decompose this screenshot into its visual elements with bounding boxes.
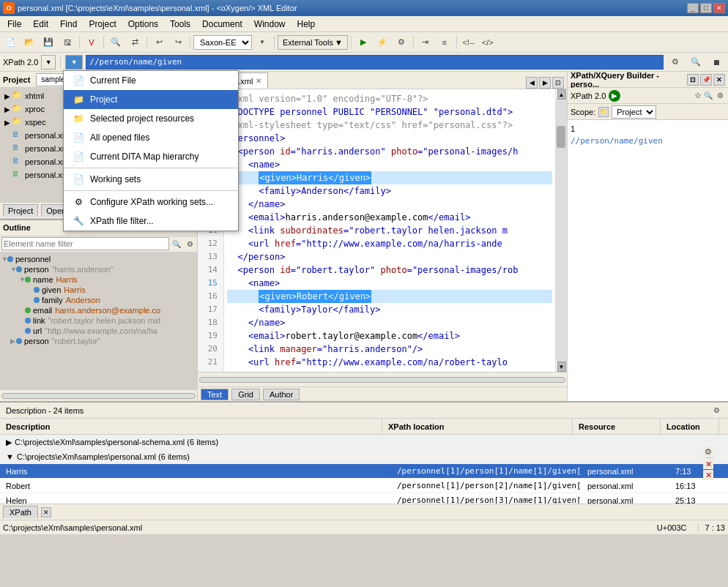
outline-personnel[interactable]: ▼ personnel xyxy=(1,254,196,264)
menu-file[interactable]: File xyxy=(1,18,27,31)
find-replace-button[interactable]: ⇄ xyxy=(126,34,144,51)
xpath-results-tab[interactable]: XPath xyxy=(3,506,38,518)
results-side-settings[interactable]: ⚙ xyxy=(703,446,713,457)
xpath-scope-dropdown[interactable]: ▼ xyxy=(65,55,83,70)
results-side-close[interactable]: ✕ xyxy=(703,470,713,480)
xpath-builder-find-btn[interactable]: 🔍 xyxy=(703,91,713,101)
outline-email[interactable]: email harris.anderson@example.co xyxy=(1,305,196,315)
result-row-harris[interactable]: Harris /personnel[1]/person[1]/name[1]/g… xyxy=(0,464,728,479)
results-side-filter[interactable]: ✕ xyxy=(703,459,713,469)
vscroll-thumb[interactable] xyxy=(557,126,565,148)
outline-label-given: given xyxy=(42,285,61,294)
menu-window[interactable]: Window xyxy=(248,18,291,31)
vscroll-track[interactable] xyxy=(556,100,567,362)
format-button[interactable]: ≡ xyxy=(436,34,453,51)
external-tools-button[interactable]: External Tools ▼ xyxy=(278,35,348,50)
maximize-button[interactable]: □ xyxy=(700,3,712,13)
result-row-helen[interactable]: Helen /personnel[1]/person[3]/name[1]/gi… xyxy=(0,493,728,504)
scope-select[interactable]: Project xyxy=(612,105,656,119)
editor-hscrollbar[interactable] xyxy=(199,377,565,383)
dropdown-item-selected-resources[interactable]: 📁 Selected project resources xyxy=(64,109,238,128)
code-line-6: <name> xyxy=(227,158,552,171)
run-button[interactable]: ▶ xyxy=(354,34,372,51)
tab-prev-button[interactable]: ◀ xyxy=(526,77,538,89)
dropdown-item-project[interactable]: 📁 Project xyxy=(64,90,238,109)
bottom-panel-header: Description - 24 items ⚙ ⚙ ✕ ✕ xyxy=(0,403,728,419)
result-row-robert[interactable]: Robert /personnel[1]/person[2]/name[1]/g… xyxy=(0,479,728,493)
vscroll-down[interactable]: ▼ xyxy=(557,362,566,372)
menu-find[interactable]: Find xyxy=(54,18,83,31)
xpath-builder-header-buttons: ⊡ 📌 ✕ xyxy=(687,74,725,86)
tag-button[interactable]: </> xyxy=(479,34,497,51)
result-group-1-header[interactable]: ▶ C:\projects\eXml\samples\personal-sche… xyxy=(0,435,728,449)
save-all-button[interactable]: 🖫 xyxy=(59,34,76,51)
dropdown-item-dita-map[interactable]: 📄 Current DITA Map hierarchy xyxy=(64,147,238,166)
menu-edit[interactable]: Edit xyxy=(27,18,54,31)
view-tab-grid[interactable]: Grid xyxy=(231,389,260,400)
close-results-tab[interactable]: ✕ xyxy=(41,507,51,517)
outline-family[interactable]: family Anderson xyxy=(1,295,196,305)
linenum-20: 20 xyxy=(198,343,220,356)
tab-next-button[interactable]: ▶ xyxy=(539,77,551,89)
xpath-input[interactable] xyxy=(86,55,664,70)
save-button[interactable]: 💾 xyxy=(40,34,57,51)
close-button[interactable]: ✕ xyxy=(713,3,725,13)
menu-options[interactable]: Options xyxy=(122,18,164,31)
find-button[interactable]: 🔍 xyxy=(107,34,125,51)
outline-link[interactable]: link "robert.taylor helen.jackson mid xyxy=(1,315,196,326)
code-editor[interactable]: <?xml version="1.0" encoding="UTF-8"?> <… xyxy=(224,89,555,372)
new-button[interactable]: 📄 xyxy=(1,34,19,51)
dropdown-item-file-filter[interactable]: 🔧 XPath file filter... xyxy=(64,212,238,231)
xpath-star-icon[interactable]: ☆ xyxy=(694,91,702,101)
saxon-dropdown[interactable]: ▼ xyxy=(253,34,271,51)
indent-button[interactable]: ⇥ xyxy=(417,34,434,51)
xpath-builder-close-btn[interactable]: ✕ xyxy=(713,74,725,86)
outline-url[interactable]: url "http://www.example.com/na/ha xyxy=(1,326,196,336)
tab-maximize-button[interactable]: ⊡ xyxy=(552,77,564,89)
code-line-18: </name> xyxy=(227,316,552,329)
menu-tools[interactable]: Tools xyxy=(164,18,196,31)
results-settings-btn[interactable]: ⚙ xyxy=(710,405,722,416)
comment-button[interactable]: <!-- xyxy=(460,34,478,51)
xquery-button[interactable]: ⚙ xyxy=(393,34,410,51)
outline-person-robert[interactable]: ▶ person "robert.taylor" xyxy=(1,336,196,346)
dropdown-item-current-file[interactable]: 📄 Current File xyxy=(64,71,238,90)
undo-button[interactable]: ↩ xyxy=(150,34,168,51)
dropdown-item-all-opened[interactable]: 📄 All opened files xyxy=(64,128,238,147)
xpath-options-button[interactable]: 🔍 xyxy=(687,54,705,70)
xpath-stop-button[interactable]: ⏹ xyxy=(707,54,725,70)
outline-settings-btn[interactable]: ⚙ xyxy=(184,238,196,250)
editor-vscrollbar[interactable]: ▲ ▼ xyxy=(555,89,567,372)
outline-filter-input[interactable] xyxy=(1,237,169,250)
outline-person-harris[interactable]: ▼ person "harris.anderson" xyxy=(1,264,196,274)
menu-help[interactable]: Help xyxy=(291,18,322,31)
code-line-2: <!DOCTYPE personnel PUBLIC "PERSONNEL" "… xyxy=(227,105,552,119)
xslt-button[interactable]: ⚡ xyxy=(374,34,391,51)
vscroll-up[interactable]: ▲ xyxy=(557,89,566,100)
view-tab-text[interactable]: Text xyxy=(201,389,229,400)
xpath-execute-button[interactable]: ⚙ xyxy=(666,54,684,70)
result-group-2-header[interactable]: ▼ C:\projects\eXml\samples\personal.xml … xyxy=(0,449,728,464)
xpath-builder-expand-btn[interactable]: ⊡ xyxy=(687,74,699,86)
outline-hscrollbar[interactable] xyxy=(1,393,196,399)
validate-button[interactable]: V xyxy=(83,34,100,51)
dropdown-item-configure[interactable]: ⚙ Configure XPath working sets... xyxy=(64,192,238,212)
menu-document[interactable]: Document xyxy=(196,18,248,31)
saxon-select[interactable]: Saxon-EE xyxy=(193,35,252,50)
outline-name[interactable]: ▼ name Harris xyxy=(1,274,196,285)
code-line-14: <person id="robert.taylor" photo="person… xyxy=(227,263,552,277)
xpath-version-dropdown[interactable]: ▼ xyxy=(41,55,56,70)
open-button[interactable]: 📂 xyxy=(21,34,38,51)
xpath-builder-pin-btn[interactable]: 📌 xyxy=(700,74,712,86)
redo-button[interactable]: ↪ xyxy=(169,34,187,51)
menu-project[interactable]: Project xyxy=(83,18,122,31)
view-tab-author[interactable]: Author xyxy=(263,389,300,400)
xpath-run-button[interactable]: ▶ xyxy=(609,90,620,102)
xpath-builder-settings-btn[interactable]: ⚙ xyxy=(715,91,725,101)
dropdown-item-working-sets[interactable]: 📄 Working sets xyxy=(64,170,238,189)
outline-filter-btn[interactable]: 🔍 xyxy=(171,238,182,250)
minimize-button[interactable]: _ xyxy=(687,3,699,13)
tab-close-personal[interactable]: ✕ xyxy=(256,77,261,85)
project-tab-button[interactable]: Project xyxy=(3,204,38,217)
outline-given[interactable]: given Harris xyxy=(1,285,196,295)
